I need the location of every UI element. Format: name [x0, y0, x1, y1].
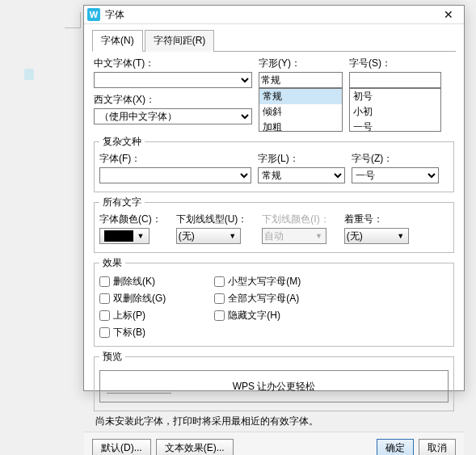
style-option-italic[interactable]: 倾斜: [259, 104, 342, 120]
complex-style-combo[interactable]: 常规: [258, 167, 345, 183]
superscript-checkbox[interactable]: [99, 310, 110, 321]
text-effects-button[interactable]: 文本效果(E)...: [156, 439, 234, 455]
cn-font-combo[interactable]: [94, 72, 252, 88]
alltext-row: 字体颜色(C)： ▼ 下划线线型(U)： (无) ▼: [99, 213, 449, 244]
font-color-dropdown[interactable]: ▼: [99, 228, 150, 244]
effects-col-left: 删除线(K) 双删除线(G) 上标(P) 下标(B): [99, 273, 166, 341]
hidden-checkbox[interactable]: [214, 310, 225, 321]
underline-style-value: (无): [179, 230, 195, 243]
strike-label: 删除线(K): [113, 275, 155, 289]
close-button[interactable]: ✕: [436, 6, 461, 23]
style-option-regular[interactable]: 常规: [259, 89, 342, 104]
col-size: 字号(S)： 初号 小初 一号: [349, 57, 441, 132]
underline-color-label: 下划线颜色(I)：: [262, 213, 329, 226]
emphasis-value: (无): [347, 230, 363, 243]
complex-size-combo[interactable]: 一号: [352, 167, 439, 183]
hidden-check[interactable]: 隐藏文字(H): [214, 309, 301, 322]
style-input[interactable]: [259, 72, 343, 88]
complex-style-col: 字形(L)： 常规: [258, 152, 345, 183]
underline-style-label: 下划线线型(U)：: [176, 213, 248, 226]
bg-corner-mark: [65, 12, 81, 28]
complex-font-combo[interactable]: [99, 167, 251, 183]
underline-style-col: 下划线线型(U)： (无) ▼: [176, 213, 248, 244]
complex-size-col: 字号(Z)： 一号: [352, 152, 439, 183]
subscript-label: 下标(B): [113, 326, 145, 339]
allcaps-label: 全部大写字母(A): [228, 292, 299, 305]
font-color-swatch: [104, 230, 133, 242]
size-option-1[interactable]: 小初: [350, 104, 440, 120]
double-strike-check[interactable]: 双删除线(G): [99, 292, 166, 305]
double-strike-label: 双删除线(G): [113, 292, 166, 305]
complex-style-label: 字形(L)：: [258, 152, 345, 166]
font-warning-note: 尚未安装此字体，打印时将采用最相近的有效字体。: [95, 415, 453, 428]
window-title: 字体: [105, 8, 436, 22]
titlebar: W 字体 ✕: [84, 6, 464, 24]
emphasis-dropdown[interactable]: (无) ▼: [344, 228, 409, 244]
close-icon: ✕: [444, 8, 453, 21]
complex-font-col: 字体(F)：: [99, 152, 251, 183]
allcaps-checkbox[interactable]: [214, 293, 225, 304]
tabstrip: 字体(N) 字符间距(R): [92, 29, 456, 52]
app-icon: W: [87, 8, 100, 21]
dialog-footer: 默认(D)... 文本效果(E)... 确定 取消: [84, 432, 464, 455]
font-dialog: W 字体 ✕ 字体(N) 字符间距(R) 中文字体(T)： 西文字体(X)： （…: [83, 5, 465, 391]
underline-color-dropdown: 自动 ▼: [262, 228, 326, 244]
cancel-button[interactable]: 取消: [419, 439, 456, 455]
chevron-down-icon: ▼: [227, 232, 238, 240]
font-color-label: 字体颜色(C)：: [99, 213, 162, 226]
dialog-body: 字体(N) 字符间距(R) 中文字体(T)： 西文字体(X)： （使用中文字体）…: [84, 24, 464, 432]
cn-font-label: 中文字体(T)：: [94, 57, 252, 70]
hidden-label: 隐藏文字(H): [228, 309, 280, 322]
font-color-col: 字体颜色(C)： ▼: [99, 213, 162, 244]
en-font-combo[interactable]: （使用中文字体）: [94, 108, 252, 124]
size-option-0[interactable]: 初号: [350, 89, 440, 104]
underline-color-value: 自动: [264, 230, 284, 243]
style-label: 字形(Y)：: [259, 57, 343, 70]
col-style: 字形(Y)： 常规 倾斜 加粗: [259, 57, 343, 132]
chevron-down-icon: ▼: [395, 232, 406, 240]
underline-color-col: 下划线颜色(I)： 自动 ▼: [262, 213, 329, 244]
tab-char-spacing[interactable]: 字符间距(R): [145, 30, 215, 52]
style-option-bold[interactable]: 加粗: [259, 120, 342, 132]
size-label: 字号(S)：: [349, 57, 441, 70]
row-main-fonts: 中文字体(T)： 西文字体(X)： （使用中文字体） 字形(Y)： 常规 倾斜 …: [94, 57, 454, 132]
strike-checkbox[interactable]: [99, 276, 110, 287]
size-option-2[interactable]: 一号: [350, 120, 440, 132]
subscript-checkbox[interactable]: [99, 327, 110, 338]
complex-size-label: 字号(Z)：: [352, 152, 439, 166]
smallcaps-checkbox[interactable]: [214, 276, 225, 287]
default-button[interactable]: 默认(D)...: [92, 439, 151, 455]
style-listbox[interactable]: 常规 倾斜 加粗: [259, 88, 343, 132]
subscript-check[interactable]: 下标(B): [99, 326, 166, 339]
double-strike-checkbox[interactable]: [99, 293, 110, 304]
complex-row: 字体(F)： 字形(L)： 常规 字号(Z)： 一号: [99, 152, 449, 183]
ok-button[interactable]: 确定: [377, 439, 414, 455]
smallcaps-check[interactable]: 小型大写字母(M): [214, 275, 301, 289]
preview-box: WPS 让办公更轻松: [99, 370, 449, 402]
size-listbox[interactable]: 初号 小初 一号: [349, 88, 441, 132]
effects-col-right: 小型大写字母(M) 全部大写字母(A) 隐藏文字(H): [214, 273, 301, 341]
complex-font-label: 字体(F)：: [99, 152, 251, 166]
bg-page-icon: [24, 69, 34, 80]
alltext-legend: 所有文字: [99, 196, 145, 209]
strike-check[interactable]: 删除线(K): [99, 275, 166, 289]
complex-legend: 复杂文种: [99, 135, 145, 149]
effects-legend: 效果: [99, 256, 125, 270]
superscript-label: 上标(P): [113, 309, 145, 322]
preview-fieldset: 预览 WPS 让办公更轻松: [94, 350, 454, 411]
allcaps-check[interactable]: 全部大写字母(A): [214, 292, 301, 305]
chevron-down-icon: ▼: [135, 232, 146, 240]
preview-sample-text: WPS 让办公更轻松: [233, 380, 316, 394]
col-cn-font: 中文字体(T)： 西文字体(X)： （使用中文字体）: [94, 57, 252, 132]
preview-baseline: [107, 393, 171, 394]
superscript-check[interactable]: 上标(P): [99, 309, 166, 322]
tab-font[interactable]: 字体(N): [92, 30, 143, 52]
underline-style-dropdown[interactable]: (无) ▼: [176, 228, 241, 244]
tab-content: 中文字体(T)： 西文字体(X)： （使用中文字体） 字形(Y)： 常规 倾斜 …: [92, 52, 456, 432]
size-input[interactable]: [349, 72, 441, 88]
effects-fieldset: 效果 删除线(K) 双删除线(G) 上标(P) 下标(B) 小型大写字母(M) …: [94, 256, 454, 347]
emphasis-col: 着重号： (无) ▼: [344, 213, 409, 244]
emphasis-label: 着重号：: [344, 213, 409, 226]
complex-fieldset: 复杂文种 字体(F)： 字形(L)： 常规 字号(Z)：: [94, 135, 454, 192]
en-font-label: 西文字体(X)：: [94, 93, 252, 107]
